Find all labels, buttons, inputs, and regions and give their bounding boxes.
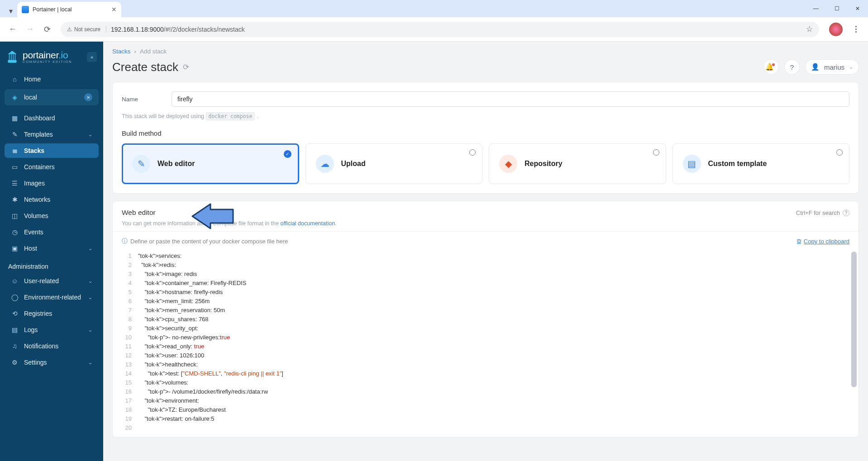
help-button[interactable]: ? [784, 59, 800, 75]
documentation-link[interactable]: official documentation [280, 220, 335, 227]
sidebar-registries[interactable]: ⟲Registries [5, 306, 99, 321]
window-maximize-button[interactable]: ☐ [826, 0, 847, 17]
profile-avatar-button[interactable] [829, 23, 843, 36]
build-method-label: Build method [122, 129, 849, 137]
host-icon: ▣ [11, 245, 19, 252]
git-icon: ◆ [499, 155, 517, 173]
build-method-options: ✎ Web editor ✓ ☁ Upload ◆ Repository [122, 143, 849, 184]
sidebar-networks[interactable]: ✱Networks [5, 192, 99, 207]
method-radio[interactable] [469, 149, 476, 156]
sidebar-events[interactable]: ◷Events [5, 225, 99, 239]
sidebar-stacks[interactable]: ≣Stacks [5, 143, 99, 158]
networks-icon: ✱ [11, 196, 19, 203]
code-body[interactable]: "tok-k">services: "tok-k">redis: "tok-k"… [138, 252, 858, 432]
portainer-logo-icon [6, 50, 18, 64]
sidebar-home[interactable]: ⌂ Home [5, 72, 99, 86]
globe-icon: ◯ [11, 294, 19, 301]
method-web-editor[interactable]: ✎ Web editor ✓ [122, 143, 299, 184]
sidebar-containers[interactable]: ▭Containers [5, 160, 99, 174]
sidebar-dashboard[interactable]: ▦Dashboard [5, 111, 99, 125]
breadcrumb-current: Add stack [140, 48, 167, 55]
sidebar-collapse-button[interactable]: « [87, 52, 97, 62]
browser-forward-button[interactable]: → [23, 22, 37, 37]
browser-toolbar: ← → ⟳ ⚠ Not secure 192.168.1.18:9000/#!/… [0, 17, 868, 42]
tab-favicon [22, 6, 29, 13]
method-upload[interactable]: ☁ Upload [305, 143, 483, 184]
chevron-down-icon: ⌄ [88, 327, 92, 333]
page-title: Create stack ⟳ [112, 60, 189, 74]
sidebar-settings[interactable]: ⚙Settings⌄ [5, 355, 99, 370]
method-radio[interactable] [836, 149, 843, 156]
environment-close-icon[interactable]: ✕ [84, 93, 92, 101]
web-editor-card: Web editor Ctrl+F for search ? You can g… [112, 201, 859, 437]
method-custom-template[interactable]: ▤ Custom template [672, 143, 850, 184]
copy-to-clipboard-button[interactable]: ⧉ Copy to clipboard [797, 238, 849, 245]
line-gutter: 1234567891011121314151617181920 [113, 252, 138, 432]
window-close-button[interactable]: ✕ [847, 0, 868, 17]
browser-tab[interactable]: Portainer | local ✕ [17, 2, 121, 17]
tab-search-dropdown[interactable]: ▾ [5, 5, 17, 17]
notifications-button[interactable]: 🔔 [763, 59, 779, 75]
tab-close-icon[interactable]: ✕ [111, 6, 117, 13]
sidebar-notifications[interactable]: ♫Notifications [5, 339, 99, 353]
radio-icon: ⟲ [11, 310, 19, 317]
stack-name-input[interactable] [172, 91, 849, 107]
chevron-down-icon: ⌄ [88, 278, 92, 284]
browser-menu-button[interactable] [849, 26, 863, 33]
breadcrumb-stacks-link[interactable]: Stacks [112, 48, 131, 55]
editor-title: Web editor [122, 209, 156, 217]
editor-search-hint: Ctrl+F for search ? [796, 209, 849, 216]
editor-description: You can get more information about Compo… [122, 220, 849, 227]
chevron-down-icon: ⌄ [88, 360, 92, 366]
sidebar-host[interactable]: ▣Host⌄ [5, 241, 99, 256]
bookmark-star-icon[interactable]: ☆ [806, 24, 813, 34]
compose-code-editor[interactable]: 1234567891011121314151617181920 "tok-k">… [113, 250, 858, 437]
images-icon: ☰ [11, 180, 19, 187]
brand-logo[interactable]: portainer.io COMMUNITY EDITION « [0, 42, 103, 71]
security-indicator[interactable]: ⚠ Not secure [67, 26, 106, 33]
window-minimize-button[interactable]: — [806, 0, 826, 17]
users-icon: ☺ [11, 277, 19, 285]
docker-icon: ◈ [11, 94, 19, 101]
stacks-icon: ≣ [11, 147, 19, 154]
bell-icon: ♫ [11, 342, 19, 350]
sidebar-environment-related[interactable]: ◯Environment-related⌄ [5, 290, 99, 304]
refresh-icon[interactable]: ⟳ [183, 62, 189, 72]
url-text: 192.168.1.18:9000/#!/2/docker/stacks/new… [111, 26, 245, 33]
user-menu[interactable]: 👤 marius ⌄ [805, 59, 859, 75]
sidebar-environment[interactable]: ◈ local ✕ [5, 89, 99, 105]
upload-icon: ☁ [316, 155, 334, 173]
containers-icon: ▭ [11, 163, 19, 171]
browser-tab-strip: ▾ Portainer | local ✕ — ☐ ✕ [0, 0, 868, 17]
gear-icon: ⚙ [11, 359, 19, 366]
sidebar-logs[interactable]: ▤Logs⌄ [5, 323, 99, 337]
scrollbar[interactable] [851, 252, 857, 387]
sidebar-templates[interactable]: ✎Templates⌄ [5, 127, 99, 142]
stack-form-card: Name This stack will be deployed using d… [112, 82, 859, 194]
svg-rect-0 [8, 60, 16, 62]
sidebar-volumes[interactable]: ◫Volumes [5, 209, 99, 223]
sidebar: portainer.io COMMUNITY EDITION « ⌂ Home … [0, 42, 103, 461]
breadcrumb: Stacks › Add stack [112, 48, 859, 55]
dashboard-icon: ▦ [11, 114, 19, 122]
events-icon: ◷ [11, 228, 19, 236]
browser-reload-button[interactable]: ⟳ [40, 22, 54, 37]
template-icon: ▤ [683, 155, 701, 173]
sidebar-admin-header: Administration [0, 257, 103, 273]
chevron-down-icon: ⌄ [849, 64, 853, 70]
address-bar[interactable]: ⚠ Not secure 192.168.1.18:9000/#!/2/dock… [61, 22, 819, 37]
method-repository[interactable]: ◆ Repository [489, 143, 666, 184]
copy-icon: ⧉ [797, 238, 801, 245]
home-icon: ⌂ [11, 76, 19, 83]
chevron-down-icon: ⌄ [88, 295, 92, 300]
sidebar-user-related[interactable]: ☺User-related⌄ [5, 274, 99, 288]
sidebar-images[interactable]: ☰Images [5, 176, 99, 190]
tab-title: Portainer | local [33, 6, 72, 13]
help-icon[interactable]: ? [843, 209, 849, 216]
method-radio[interactable] [653, 149, 659, 156]
main-content: Stacks › Add stack Create stack ⟳ 🔔 ? 👤 … [103, 42, 868, 461]
warning-icon: ⚠ [67, 26, 72, 33]
edit-icon: ✎ [132, 155, 150, 173]
name-label: Name [122, 96, 162, 103]
browser-back-button[interactable]: ← [5, 22, 20, 37]
